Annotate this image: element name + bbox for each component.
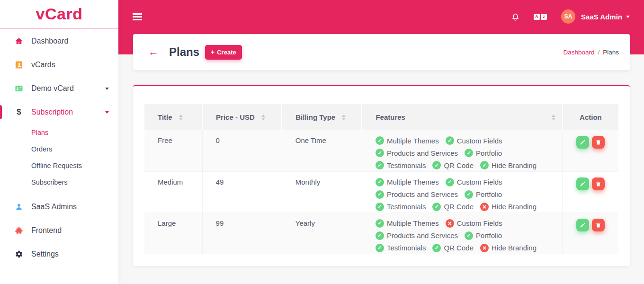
sidebar-item-demo-vcard[interactable]: Demo vCard xyxy=(0,77,118,100)
cell-title: Free xyxy=(144,130,202,171)
edit-button[interactable] xyxy=(576,178,589,190)
feature-item: ✓Products and Services xyxy=(376,149,458,157)
table-row-free: Free0One Time✓Multiple Themes✓Custom Fie… xyxy=(144,130,618,171)
breadcrumb-separator: / xyxy=(598,49,599,56)
column-header-billing-type[interactable]: Billing Type xyxy=(282,104,362,130)
sidebar-subitem-offline-requests[interactable]: Offline Requests xyxy=(0,157,118,174)
feature-item: ✓Testimonials xyxy=(376,161,426,169)
chevron-down-icon[interactable] xyxy=(626,16,630,18)
feature-item: ✓Products and Services xyxy=(376,190,458,199)
feature-label: Testimonials xyxy=(387,203,426,211)
cell-price: 0 xyxy=(202,130,282,171)
cell-price: 49 xyxy=(202,171,282,213)
sort-icon[interactable] xyxy=(179,115,183,120)
edit-button[interactable] xyxy=(576,136,589,149)
sidebar-item-label: SaaS Admins xyxy=(31,203,77,211)
delete-button[interactable] xyxy=(592,136,605,149)
column-header-action: Action xyxy=(563,104,618,130)
column-header-features[interactable]: Features xyxy=(362,104,562,130)
sidebar-item-saas-admins[interactable]: SaaS Admins xyxy=(0,195,118,219)
cell-title: Medium xyxy=(144,171,202,213)
user-name[interactable]: SaaS Admin xyxy=(581,13,622,21)
feature-label: Products and Services xyxy=(387,190,458,198)
sidebar-subitem-label: Orders xyxy=(31,145,52,153)
delete-button[interactable] xyxy=(592,219,605,231)
cell-action xyxy=(563,130,618,171)
sort-icon[interactable] xyxy=(552,115,555,120)
sidebar-subitem-plans[interactable]: Plans xyxy=(0,124,118,141)
feature-label: Portfolio xyxy=(476,231,502,240)
gear-icon xyxy=(14,250,24,258)
sidebar-item-settings[interactable]: Settings xyxy=(0,242,118,266)
address-book-icon xyxy=(14,61,24,69)
menu-icon[interactable] xyxy=(133,13,142,20)
language-icon[interactable]: A z xyxy=(534,14,547,20)
delete-button[interactable] xyxy=(592,178,605,190)
trash-icon xyxy=(595,181,601,187)
features-list: ✓Multiple Themes×Custom Fields✓Products … xyxy=(376,219,551,252)
plans-table-card: TitlePrice - USDBilling TypeFeaturesActi… xyxy=(133,85,630,266)
back-arrow-icon[interactable]: ← xyxy=(148,47,159,57)
cross-icon: × xyxy=(480,203,489,211)
sidebar-item-label: Demo vCard xyxy=(31,84,74,93)
sort-icon[interactable] xyxy=(342,115,346,120)
column-header-title[interactable]: Title xyxy=(144,104,202,130)
cross-icon: × xyxy=(446,219,454,228)
feature-item: ✓Multiple Themes xyxy=(376,219,439,228)
cell-action xyxy=(563,213,618,254)
feature-label: Portfolio xyxy=(476,190,502,198)
check-icon: ✓ xyxy=(446,178,454,186)
check-icon: ✓ xyxy=(376,190,384,199)
sidebar-item-label: Settings xyxy=(31,250,59,258)
feature-item: ×Hide Branding xyxy=(480,203,537,211)
cell-billing-type: Yearly xyxy=(282,213,362,254)
check-icon: ✓ xyxy=(376,231,384,240)
cell-features: ✓Multiple Themes✓Custom Fields✓Products … xyxy=(362,130,562,171)
cross-icon: × xyxy=(480,244,489,252)
feature-item: ✓Portfolio xyxy=(465,190,502,199)
check-icon: ✓ xyxy=(376,244,384,252)
feature-item: ✓QR Code xyxy=(432,161,474,169)
breadcrumb-dashboard-link[interactable]: Dashboard xyxy=(563,49,594,56)
navbar-right: A z SA SaaS Admin xyxy=(510,9,630,24)
cell-billing-type: One Time xyxy=(282,130,362,171)
puzzle-icon xyxy=(14,226,24,235)
sidebar-item-frontend[interactable]: Frontend xyxy=(0,219,118,242)
feature-label: Custom Fields xyxy=(457,178,502,186)
sort-icon[interactable] xyxy=(261,115,265,120)
create-button-label: Create xyxy=(217,49,236,56)
feature-item: ✓Multiple Themes xyxy=(376,136,439,145)
bell-icon[interactable] xyxy=(510,12,520,22)
dollar-icon: $ xyxy=(14,107,24,117)
avatar[interactable]: SA xyxy=(561,9,575,24)
column-header-label: Title xyxy=(158,113,172,121)
check-icon: ✓ xyxy=(432,203,441,211)
sidebar-item-subscription[interactable]: $Subscription xyxy=(0,100,118,124)
sidebar-item-vcards[interactable]: vCards xyxy=(0,53,118,77)
column-header-price-usd[interactable]: Price - USD xyxy=(202,104,282,130)
create-button[interactable]: + Create xyxy=(205,45,242,60)
sidebar-subitem-subscribers[interactable]: Subscribers xyxy=(0,174,118,190)
language-icon-left-letter: A xyxy=(534,14,540,20)
app-logo[interactable]: vCard xyxy=(0,0,118,28)
cell-billing-type: Monthly xyxy=(282,171,362,213)
sidebar-subitem-label: Plans xyxy=(31,129,48,136)
home-icon xyxy=(14,37,24,45)
chevron-down-icon xyxy=(105,111,109,114)
active-indicator xyxy=(0,105,2,119)
check-icon: ✓ xyxy=(376,136,384,145)
chevron-down-icon xyxy=(105,88,109,90)
page-header-card: ← Plans + Create Dashboard / Plans xyxy=(133,34,630,70)
trash-icon xyxy=(595,222,601,228)
sidebar-item-label: Dashboard xyxy=(31,37,68,45)
sidebar-subitem-orders[interactable]: Orders xyxy=(0,141,118,157)
pencil-icon xyxy=(580,139,586,145)
feature-label: Testimonials xyxy=(387,244,426,252)
check-icon: ✓ xyxy=(376,178,384,186)
sidebar-item-dashboard[interactable]: Dashboard xyxy=(0,29,118,53)
feature-item: ✓Portfolio xyxy=(465,149,502,157)
check-icon: ✓ xyxy=(376,161,384,169)
edit-button[interactable] xyxy=(576,219,589,231)
check-icon: ✓ xyxy=(432,244,441,252)
sidebar-subitem-label: Subscribers xyxy=(31,178,68,186)
